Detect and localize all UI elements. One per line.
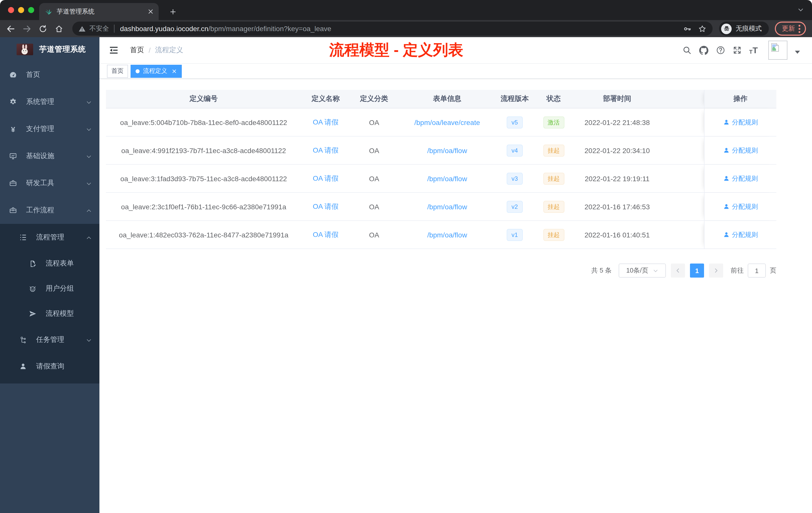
sidebar-item-user-group[interactable]: 用户分组 [0,276,99,301]
font-size-icon[interactable]: TT [749,46,758,55]
tab-close-icon[interactable] [148,8,154,14]
window-controls [8,7,34,13]
zoom-window-button[interactable] [28,7,34,13]
definition-category: OA [350,137,398,164]
page-size-select[interactable]: 10条/页 [619,264,666,278]
table-row: oa_leave:5:004b710b-7b8a-11ec-8ef0-acde4… [106,109,776,137]
key-icon[interactable] [683,24,692,33]
not-secure-warning-icon[interactable] [78,25,86,32]
page-number-button[interactable]: 1 [690,264,704,278]
assign-rule-link[interactable]: 分配规则 [723,146,758,155]
browser-window: 芋道管理系统 不安全 d [0,0,812,513]
form-info-link[interactable]: /bpm/oa/flow [427,146,467,154]
breadcrumb-home[interactable]: 首页 [130,46,144,55]
avatar[interactable] [768,41,787,60]
app-logo: 芋道管理系统 [0,37,99,61]
active-dot-icon [136,69,140,73]
form-info-link[interactable]: /bpm/oa/flow [427,175,467,182]
definition-table: 定义编号 定义名称 定义分类 表单信息 流程版本 状态 部署时间 操作 oa_l… [106,90,776,249]
tag-process-definition[interactable]: 流程定义 [130,64,182,78]
status-badge: 挂起 [543,173,564,184]
reload-button[interactable] [35,21,50,36]
sidebar-item-process-form[interactable]: 流程表单 [0,251,99,276]
sidebar-item-process-management[interactable]: 流程管理 [0,224,99,251]
prev-page-button[interactable] [671,264,685,278]
logo-rabbit-image [17,43,33,55]
sidebar-item-home[interactable]: 首页 [0,61,99,88]
home-button[interactable] [51,21,66,36]
deploy-time: 2022-01-22 21:48:38 [574,109,660,136]
close-window-button[interactable] [8,7,14,13]
sidebar-item-system[interactable]: 系统管理 [0,88,99,116]
user-icon [19,362,27,370]
pagination: 共 5 条 10条/页 1 前往 页 [106,264,776,278]
not-secure-label[interactable]: 不安全 [89,24,109,33]
browser-update-button[interactable]: 更新 [775,22,806,36]
assign-rule-link[interactable]: 分配规则 [723,230,758,239]
sidebar-item-payment[interactable]: ¥ 支付管理 [0,116,99,143]
tab-title: 芋道管理系统 [57,7,148,16]
tag-home[interactable]: 首页 [107,64,128,78]
form-info-link[interactable]: /bpm/oa/flow [427,231,467,239]
definition-name-link[interactable]: OA 请假 [313,118,339,127]
tab-search-chevron-icon[interactable] [798,6,804,15]
definition-category: OA [350,109,398,136]
search-icon[interactable] [683,46,692,55]
form-info-link[interactable]: /bpm/oa/flow [427,203,467,211]
definition-name-link[interactable]: OA 请假 [313,202,339,211]
form-info-link[interactable]: /bpm/oa/leave/create [414,118,480,126]
sidebar-item-leave-query[interactable]: 请假查询 [0,353,99,380]
user-icon [723,175,729,182]
status-badge: 挂起 [543,201,564,213]
help-question-icon[interactable] [716,46,725,55]
assign-rule-link[interactable]: 分配规则 [723,118,758,127]
deploy-time: 2022-01-22 19:19:11 [574,164,660,192]
browser-toolbar: 不安全 dashboard.yudao.iocoder.cn/bpm/manag… [0,20,812,37]
definition-name-link[interactable]: OA 请假 [313,230,339,239]
chevron-down-icon [86,153,92,161]
tag-close-icon[interactable] [172,68,177,73]
col-header-deploy-time: 部署时间 [574,90,660,108]
col-header-actions: 操作 [704,90,776,108]
pagination-total: 共 5 条 [591,266,612,275]
sidebar-item-devtools[interactable]: 研发工具 [0,170,99,197]
browser-tab[interactable]: 芋道管理系统 [39,3,159,20]
broken-image-icon [770,42,780,53]
status-badge: 挂起 [543,229,564,241]
col-header-definition-id: 定义编号 [106,90,301,108]
sidebar-item-task-management[interactable]: 任务管理 [0,326,99,353]
back-button[interactable] [3,21,18,36]
org-tree-icon [19,336,27,343]
url-text[interactable]: dashboard.yudao.iocoder.cn/bpm/manager/d… [120,25,677,33]
top-navbar: 首页 / 流程定义 流程模型 - 定义列表 [99,37,812,64]
goto-page-input[interactable] [748,264,766,278]
next-page-button[interactable] [709,264,723,278]
chevron-down-icon [86,126,92,134]
update-label[interactable]: 更新 [782,24,795,33]
incognito-badge: 无痕模式 [719,22,769,36]
favicon-sprout-icon [45,8,52,15]
url-divider [114,25,115,33]
minimize-window-button[interactable] [18,7,24,13]
tree-list-icon [19,233,27,241]
deploy-time: 2022-01-16 01:40:51 [574,221,660,248]
col-header-definition-category: 定义分类 [350,90,398,108]
version-badge: v1 [506,229,523,241]
github-icon[interactable] [699,46,708,55]
bookmark-star-icon[interactable] [698,24,706,33]
avatar-caret-icon[interactable] [795,51,800,56]
assign-rule-link[interactable]: 分配规则 [723,174,758,183]
sidebar-item-infrastructure[interactable]: 基础设施 [0,143,99,170]
definition-name-link[interactable]: OA 请假 [313,146,339,155]
fullscreen-icon[interactable] [733,46,742,55]
new-tab-button[interactable] [166,4,180,19]
sidebar-item-workflow[interactable]: 工作流程 [0,197,99,224]
browser-menu-dots-icon[interactable] [799,24,801,33]
sidebar-collapse-icon[interactable] [110,46,118,54]
assign-rule-link[interactable]: 分配规则 [723,202,758,211]
forward-button[interactable] [19,21,34,36]
definition-name-link[interactable]: OA 请假 [313,174,339,183]
sidebar-item-process-model[interactable]: 流程模型 [0,301,99,326]
address-bar[interactable]: 不安全 dashboard.yudao.iocoder.cn/bpm/manag… [72,22,713,36]
deploy-time: 2022-01-16 17:46:53 [574,193,660,220]
